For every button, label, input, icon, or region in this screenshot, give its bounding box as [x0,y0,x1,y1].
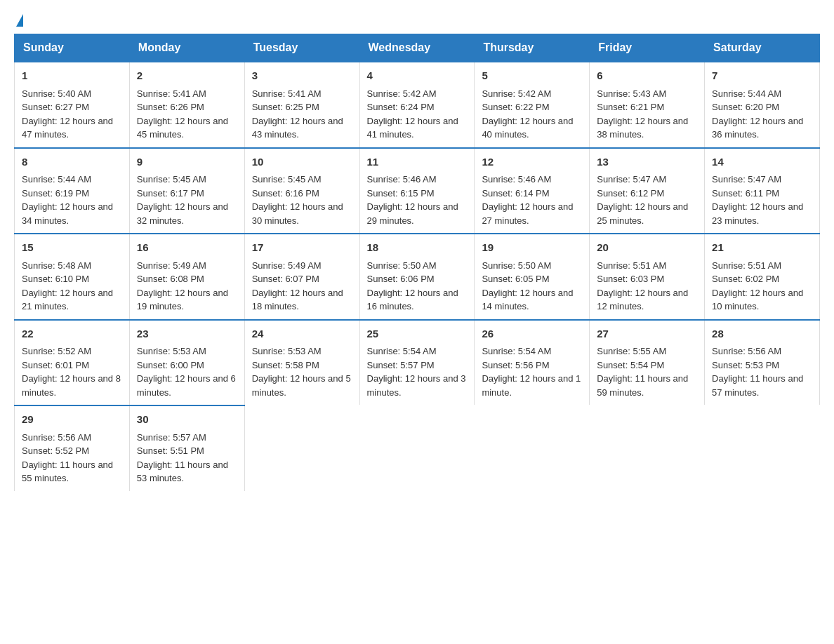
daylight-text: Daylight: 12 hours and 19 minutes. [137,288,228,312]
sunrise-text: Sunrise: 5:47 AM [712,174,781,185]
calendar-cell: 20Sunrise: 5:51 AMSunset: 6:03 PMDayligh… [590,234,705,320]
sunrise-text: Sunrise: 5:51 AM [712,260,781,271]
sunset-text: Sunset: 5:56 PM [482,360,549,370]
day-number: 2 [137,68,237,84]
calendar-cell: 6Sunrise: 5:43 AMSunset: 6:21 PMDaylight… [590,62,705,148]
sunrise-text: Sunrise: 5:49 AM [137,260,206,271]
sunset-text: Sunset: 6:17 PM [137,188,204,199]
calendar-cell: 21Sunrise: 5:51 AMSunset: 6:02 PMDayligh… [705,234,820,320]
calendar-header-thursday: Thursday [475,34,590,62]
calendar-cell: 11Sunrise: 5:46 AMSunset: 6:15 PMDayligh… [359,148,475,234]
daylight-text: Daylight: 12 hours and 25 minutes. [597,201,688,226]
daylight-text: Daylight: 12 hours and 47 minutes. [22,116,113,140]
sunset-text: Sunset: 6:16 PM [252,188,319,199]
sunrise-text: Sunrise: 5:50 AM [367,260,437,271]
day-number: 6 [597,68,697,84]
daylight-text: Daylight: 11 hours and 59 minutes. [597,373,688,398]
calendar-cell: 30Sunrise: 5:57 AMSunset: 5:51 PMDayligh… [129,405,244,491]
calendar-cell: 7Sunrise: 5:44 AMSunset: 6:20 PMDaylight… [705,62,820,148]
calendar-header-friday: Friday [590,34,705,62]
sunset-text: Sunset: 6:15 PM [367,188,435,199]
day-number: 18 [367,240,468,256]
daylight-text: Daylight: 12 hours and 1 minute. [482,373,581,398]
sunrise-text: Sunrise: 5:51 AM [597,260,666,271]
logo [14,14,23,27]
sunset-text: Sunset: 6:27 PM [22,102,89,112]
calendar-cell: 4Sunrise: 5:42 AMSunset: 6:24 PMDaylight… [359,62,475,148]
calendar-cell: 1Sunrise: 5:40 AMSunset: 6:27 PMDaylight… [15,62,130,148]
day-number: 24 [252,326,352,342]
calendar-week-row: 29Sunrise: 5:56 AMSunset: 5:52 PMDayligh… [15,405,820,491]
day-number: 27 [597,326,697,342]
day-number: 17 [252,240,352,256]
calendar-cell: 23Sunrise: 5:53 AMSunset: 6:00 PMDayligh… [129,320,244,406]
sunrise-text: Sunrise: 5:41 AM [137,88,206,99]
calendar-header-monday: Monday [129,34,244,62]
calendar-cell: 8Sunrise: 5:44 AMSunset: 6:19 PMDaylight… [15,148,130,234]
sunrise-text: Sunrise: 5:49 AM [252,260,322,271]
sunrise-text: Sunrise: 5:41 AM [252,88,322,99]
calendar-header-sunday: Sunday [15,34,130,62]
daylight-text: Daylight: 12 hours and 43 minutes. [252,116,343,140]
daylight-text: Daylight: 11 hours and 55 minutes. [22,459,113,484]
calendar-cell: 26Sunrise: 5:54 AMSunset: 5:56 PMDayligh… [475,320,590,406]
calendar-cell: 18Sunrise: 5:50 AMSunset: 6:06 PMDayligh… [359,234,475,320]
day-number: 30 [137,412,237,428]
sunrise-text: Sunrise: 5:43 AM [597,88,666,99]
calendar-week-row: 15Sunrise: 5:48 AMSunset: 6:10 PMDayligh… [15,234,820,320]
calendar-cell: 2Sunrise: 5:41 AMSunset: 6:26 PMDaylight… [129,62,244,148]
sunrise-text: Sunrise: 5:54 AM [367,346,437,356]
calendar-cell [705,405,820,491]
daylight-text: Daylight: 12 hours and 41 minutes. [367,116,458,140]
sunrise-text: Sunrise: 5:50 AM [482,260,551,271]
day-number: 10 [252,154,352,170]
day-number: 23 [137,326,237,342]
daylight-text: Daylight: 12 hours and 38 minutes. [597,116,688,140]
day-number: 5 [482,68,582,84]
daylight-text: Daylight: 12 hours and 12 minutes. [597,288,688,312]
sunrise-text: Sunrise: 5:54 AM [482,346,551,356]
sunrise-text: Sunrise: 5:55 AM [597,346,666,356]
sunrise-text: Sunrise: 5:53 AM [137,346,206,356]
calendar-cell [475,405,590,491]
sunset-text: Sunset: 5:58 PM [252,360,319,370]
daylight-text: Daylight: 12 hours and 23 minutes. [712,201,803,226]
sunset-text: Sunset: 6:24 PM [367,102,435,112]
calendar-cell: 29Sunrise: 5:56 AMSunset: 5:52 PMDayligh… [15,405,130,491]
day-number: 14 [712,154,812,170]
day-number: 26 [482,326,582,342]
day-number: 15 [22,240,122,256]
calendar-header-tuesday: Tuesday [244,34,359,62]
sunrise-text: Sunrise: 5:42 AM [367,88,437,99]
day-number: 25 [367,326,468,342]
sunrise-text: Sunrise: 5:45 AM [252,174,322,185]
calendar-cell: 28Sunrise: 5:56 AMSunset: 5:53 PMDayligh… [705,320,820,406]
sunrise-text: Sunrise: 5:56 AM [22,432,91,443]
calendar-cell: 10Sunrise: 5:45 AMSunset: 6:16 PMDayligh… [244,148,359,234]
sunrise-text: Sunrise: 5:42 AM [482,88,551,99]
daylight-text: Daylight: 12 hours and 27 minutes. [482,201,573,226]
sunrise-text: Sunrise: 5:46 AM [367,174,437,185]
calendar-cell: 13Sunrise: 5:47 AMSunset: 6:12 PMDayligh… [590,148,705,234]
sunset-text: Sunset: 6:06 PM [367,274,435,284]
daylight-text: Daylight: 12 hours and 10 minutes. [712,288,803,312]
calendar-cell: 9Sunrise: 5:45 AMSunset: 6:17 PMDaylight… [129,148,244,234]
sunset-text: Sunset: 6:08 PM [137,274,204,284]
sunrise-text: Sunrise: 5:45 AM [137,174,206,185]
calendar-cell: 27Sunrise: 5:55 AMSunset: 5:54 PMDayligh… [590,320,705,406]
daylight-text: Daylight: 12 hours and 8 minutes. [22,373,121,398]
calendar-week-row: 22Sunrise: 5:52 AMSunset: 6:01 PMDayligh… [15,320,820,406]
daylight-text: Daylight: 12 hours and 14 minutes. [482,288,573,312]
daylight-text: Daylight: 12 hours and 34 minutes. [22,201,113,226]
sunrise-text: Sunrise: 5:44 AM [22,174,91,185]
day-number: 7 [712,68,812,84]
page-header [14,14,820,27]
day-number: 28 [712,326,812,342]
daylight-text: Daylight: 12 hours and 29 minutes. [367,201,458,226]
sunset-text: Sunset: 6:26 PM [137,102,204,112]
logo-triangle-icon [16,14,23,27]
sunset-text: Sunset: 6:00 PM [137,360,204,370]
sunset-text: Sunset: 6:20 PM [712,102,779,112]
daylight-text: Daylight: 12 hours and 45 minutes. [137,116,228,140]
sunset-text: Sunset: 6:25 PM [252,102,319,112]
